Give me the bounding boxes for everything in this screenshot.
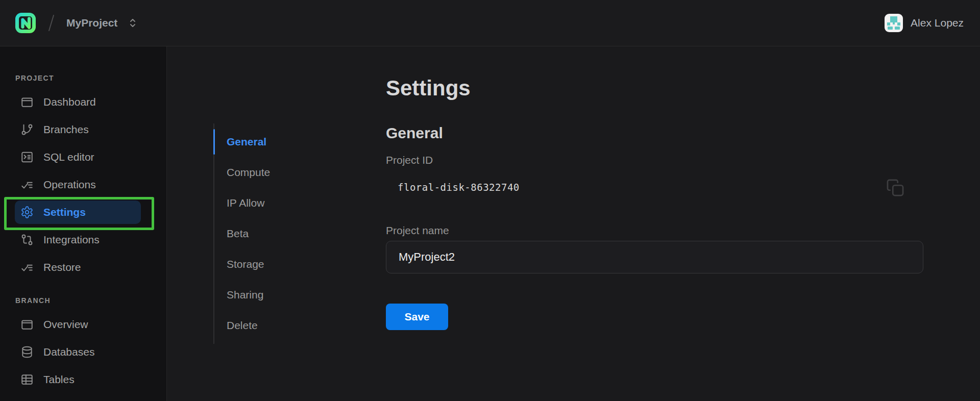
settings-subnav: General Compute IP Allow Beta Storage Sh… bbox=[213, 123, 356, 344]
settings-tab-compute[interactable]: Compute bbox=[213, 157, 356, 188]
save-button[interactable]: Save bbox=[386, 304, 448, 330]
table-icon bbox=[20, 373, 34, 386]
sidebar-item-label: Integrations bbox=[43, 234, 100, 246]
sidebar-item-label: Branches bbox=[43, 123, 89, 136]
terminal-icon bbox=[20, 151, 34, 164]
sidebar: PROJECT Dashboard Branches SQL editor Op… bbox=[0, 46, 167, 401]
page-title: Settings bbox=[386, 76, 471, 101]
sidebar-item-label: SQL editor bbox=[43, 151, 94, 163]
sidebar-item-restore[interactable]: Restore bbox=[0, 254, 166, 281]
copy-icon bbox=[886, 178, 905, 197]
git-branch-icon bbox=[20, 123, 34, 136]
sidebar-item-label: Operations bbox=[43, 179, 96, 191]
project-id-value: floral-disk-86322740 bbox=[398, 182, 520, 193]
settings-tab-general[interactable]: General bbox=[213, 127, 356, 157]
sidebar-item-overview[interactable]: Overview bbox=[0, 311, 166, 338]
sidebar-item-label: Settings bbox=[43, 206, 86, 218]
settings-tab-ip-allow[interactable]: IP Allow bbox=[213, 188, 356, 218]
restore-icon bbox=[20, 261, 34, 274]
gear-icon bbox=[20, 206, 34, 219]
sidebar-section-branch: BRANCH bbox=[15, 296, 166, 305]
sidebar-project-list: Dashboard Branches SQL editor Operations bbox=[0, 88, 166, 281]
project-name-label: Project name bbox=[386, 224, 449, 237]
sidebar-item-databases[interactable]: Databases bbox=[0, 338, 166, 366]
main-content: Settings General Compute IP Allow Beta S… bbox=[167, 46, 980, 401]
database-icon bbox=[20, 345, 34, 359]
sidebar-item-operations[interactable]: Operations bbox=[0, 171, 166, 198]
user-name[interactable]: Alex Lopez bbox=[911, 17, 964, 29]
sidebar-item-sql-editor[interactable]: SQL editor bbox=[0, 143, 166, 171]
sidebar-item-label: Dashboard bbox=[43, 96, 96, 108]
sidebar-item-label: Overview bbox=[43, 318, 88, 331]
neon-logo[interactable] bbox=[14, 12, 37, 34]
integrations-icon bbox=[20, 233, 34, 246]
window-icon bbox=[20, 318, 34, 331]
chevron-updown-icon[interactable] bbox=[128, 17, 138, 29]
settings-tab-sharing[interactable]: Sharing bbox=[213, 280, 356, 310]
sidebar-item-label: Databases bbox=[43, 346, 94, 358]
settings-tab-storage[interactable]: Storage bbox=[213, 249, 356, 280]
project-id-label: Project ID bbox=[386, 154, 433, 166]
breadcrumb-project-name[interactable]: MyProject bbox=[66, 17, 117, 29]
sidebar-item-label: Restore bbox=[43, 261, 81, 273]
project-name-input[interactable] bbox=[386, 241, 923, 273]
sidebar-item-dashboard[interactable]: Dashboard bbox=[0, 88, 166, 116]
sidebar-branch-list: Overview Databases Tables bbox=[0, 311, 166, 393]
sidebar-item-branches[interactable]: Branches bbox=[0, 116, 166, 143]
sidebar-item-settings[interactable]: Settings bbox=[0, 198, 166, 226]
top-bar: MyProject Alex Lopez bbox=[0, 0, 980, 46]
copy-project-id-button[interactable] bbox=[884, 177, 906, 199]
settings-tab-delete[interactable]: Delete bbox=[213, 310, 356, 341]
breadcrumb-slash-icon bbox=[47, 13, 55, 33]
checklist-icon bbox=[20, 178, 34, 191]
settings-tab-beta[interactable]: Beta bbox=[213, 218, 356, 249]
dashboard-icon bbox=[20, 95, 34, 109]
sidebar-section-project: PROJECT bbox=[15, 74, 166, 82]
sidebar-item-tables[interactable]: Tables bbox=[0, 366, 166, 393]
user-avatar[interactable] bbox=[885, 14, 903, 32]
sidebar-item-integrations[interactable]: Integrations bbox=[0, 226, 166, 254]
general-section-heading: General bbox=[386, 124, 443, 142]
sidebar-item-label: Tables bbox=[43, 373, 75, 386]
